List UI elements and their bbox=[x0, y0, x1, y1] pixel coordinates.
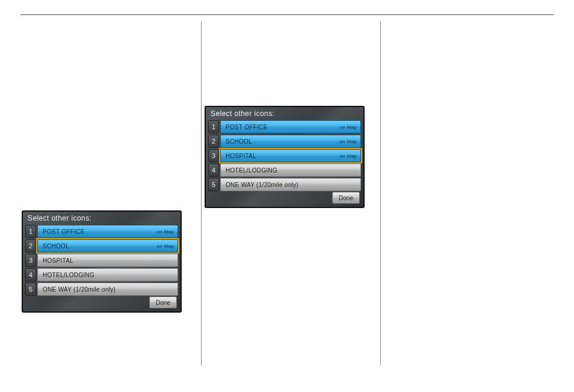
row-label: ONE WAY (1/20mile only) bbox=[43, 286, 116, 293]
list-item[interactable]: 1 POST OFFICE on Map bbox=[25, 225, 178, 238]
row-label: POST OFFICE bbox=[226, 124, 268, 130]
row-label: HOSPITAL bbox=[226, 153, 256, 159]
done-button[interactable]: Done bbox=[332, 192, 360, 204]
list-item[interactable]: 2 SCHOOL on Map bbox=[25, 239, 178, 253]
row-button[interactable]: POST OFFICE on Map bbox=[37, 225, 178, 238]
list-item[interactable]: 5 ONE WAY (1/20mile only) bbox=[208, 178, 361, 191]
column-separator-1 bbox=[201, 22, 202, 366]
panel-rows: 1 POST OFFICE on Map 2 SCHOOL on Map 3 H… bbox=[25, 225, 178, 297]
row-label: HOTEL/LODGING bbox=[226, 167, 277, 174]
panel-rows: 1 POST OFFICE on Map 2 SCHOOL on Map 3 H… bbox=[208, 120, 361, 192]
page-rule bbox=[20, 14, 554, 15]
row-tag: on Map bbox=[157, 229, 174, 234]
row-number: 4 bbox=[208, 164, 219, 177]
row-tag: on Map bbox=[157, 243, 174, 249]
row-number: 5 bbox=[25, 283, 36, 296]
row-number: 5 bbox=[208, 178, 219, 191]
row-button[interactable]: ONE WAY (1/20mile only) bbox=[220, 178, 361, 191]
row-number: 2 bbox=[25, 239, 36, 253]
row-button[interactable]: HOSPITAL bbox=[37, 254, 178, 267]
row-tag: on Map bbox=[340, 153, 357, 159]
panel-title: Select other icons: bbox=[211, 109, 274, 118]
panel-title: Select other icons: bbox=[28, 214, 91, 222]
row-label: HOTEL/LODGING bbox=[43, 272, 94, 278]
done-button[interactable]: Done bbox=[149, 296, 177, 308]
row-button[interactable]: SCHOOL on Map bbox=[37, 239, 178, 253]
select-icons-panel-1: Select other icons: 1 POST OFFICE on Map… bbox=[22, 210, 182, 313]
column-separator-2 bbox=[380, 22, 381, 366]
select-icons-panel-2: Select other icons: 1 POST OFFICE on Map… bbox=[205, 106, 365, 208]
row-button[interactable]: HOSPITAL on Map bbox=[220, 149, 361, 162]
row-label: POST OFFICE bbox=[43, 228, 85, 235]
list-item[interactable]: 3 HOSPITAL on Map bbox=[208, 149, 361, 162]
list-item[interactable]: 5 ONE WAY (1/20mile only) bbox=[25, 283, 178, 296]
list-item[interactable]: 3 HOSPITAL bbox=[25, 254, 178, 267]
row-number: 1 bbox=[25, 225, 36, 238]
row-number: 3 bbox=[25, 254, 36, 267]
row-button[interactable]: HOTEL/LODGING bbox=[220, 164, 361, 177]
list-item[interactable]: 4 HOTEL/LODGING bbox=[25, 268, 178, 281]
list-item[interactable]: 1 POST OFFICE on Map bbox=[208, 120, 361, 133]
row-button[interactable]: SCHOOL on Map bbox=[220, 135, 361, 148]
row-button[interactable]: ONE WAY (1/20mile only) bbox=[37, 283, 178, 296]
list-item[interactable]: 4 HOTEL/LODGING bbox=[208, 164, 361, 177]
row-label: ONE WAY (1/20mile only) bbox=[226, 182, 298, 188]
row-number: 3 bbox=[208, 149, 219, 162]
row-button[interactable]: HOTEL/LODGING bbox=[37, 268, 178, 281]
row-number: 2 bbox=[208, 135, 219, 148]
row-number: 1 bbox=[208, 120, 219, 133]
row-number: 4 bbox=[25, 268, 36, 281]
row-tag: on Map bbox=[340, 139, 357, 144]
row-button[interactable]: POST OFFICE on Map bbox=[220, 120, 361, 133]
list-item[interactable]: 2 SCHOOL on Map bbox=[208, 135, 361, 148]
row-label: HOSPITAL bbox=[43, 257, 73, 264]
row-label: SCHOOL bbox=[226, 138, 252, 145]
row-label: SCHOOL bbox=[43, 243, 69, 250]
row-tag: on Map bbox=[340, 124, 357, 130]
